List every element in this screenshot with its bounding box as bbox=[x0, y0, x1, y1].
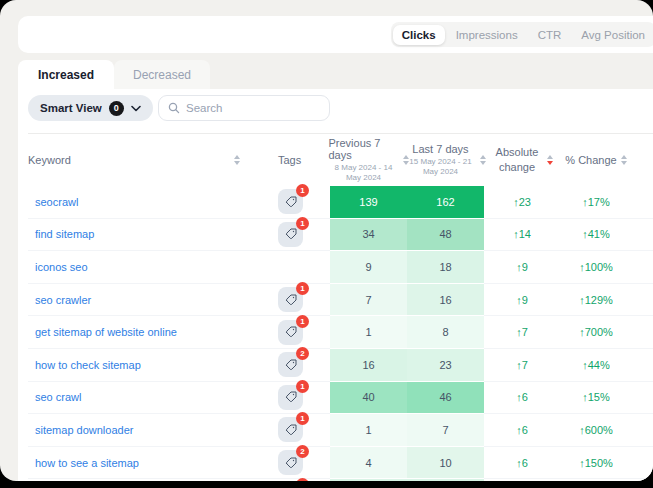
tags-cell: 1 bbox=[248, 414, 330, 447]
keyword-link[interactable]: how to see a sitemap bbox=[35, 457, 139, 469]
trend-tabs: Increased Decreased bbox=[18, 60, 210, 89]
last-value-cell: 48 bbox=[407, 219, 484, 252]
keyword-link[interactable]: seo crawler bbox=[35, 294, 91, 306]
keyword-cell: how to check sitemap bbox=[28, 349, 248, 382]
url-cell: /en/ bbox=[632, 414, 653, 447]
keyword-cell: iconos seo bbox=[28, 251, 248, 284]
table-row: how to check sitemap 2 16 23 ↑7 ↑44% /en… bbox=[28, 349, 653, 382]
main-card: Smart View 0 Keyword bbox=[18, 89, 653, 481]
absolute-change-cell bbox=[484, 479, 560, 481]
previous-value-cell: 1 bbox=[330, 316, 407, 349]
percent-change-cell: ↑41% bbox=[560, 219, 632, 252]
metric-tab-clicks[interactable]: Clicks bbox=[393, 25, 445, 45]
metric-tab-avg-position[interactable]: Avg Position bbox=[572, 25, 653, 45]
smart-view-count-badge: 0 bbox=[109, 101, 124, 116]
table-row: seo crawler 1 7 16 ↑9 ↑129% / bbox=[28, 284, 653, 317]
absolute-change-cell: ↑7 bbox=[484, 316, 560, 349]
percent-change-cell: ↑15% bbox=[560, 382, 632, 415]
url-cell: /em/ bbox=[632, 251, 653, 284]
tag-chip[interactable]: 1 bbox=[278, 222, 303, 247]
absolute-change-cell: ↑6 bbox=[484, 447, 560, 480]
keyword-link[interactable]: seo crawl bbox=[35, 391, 81, 403]
url-cell: /en/ bbox=[632, 219, 653, 252]
absolute-change-cell: ↑14 bbox=[484, 219, 560, 252]
app-window: Clicks Impressions CTR Avg Position Incr… bbox=[0, 0, 653, 481]
keyword-link[interactable]: how to check sitemap bbox=[35, 359, 141, 371]
sort-icon-percent[interactable] bbox=[621, 155, 627, 165]
search-input[interactable] bbox=[186, 102, 320, 114]
tag-count-badge: 1 bbox=[296, 315, 309, 328]
keyword-cell: seocrawl bbox=[28, 186, 248, 219]
header-keyword: Keyword bbox=[28, 134, 248, 186]
percent-change-cell: ↑700% bbox=[560, 316, 632, 349]
sort-icon-absolute[interactable] bbox=[547, 155, 553, 165]
sort-icon-keyword[interactable] bbox=[234, 155, 240, 165]
last-value-cell: 10 bbox=[407, 447, 484, 480]
tag-count-badge: 2 bbox=[296, 347, 309, 360]
url-cell: /en/ bbox=[632, 349, 653, 382]
percent-change-cell bbox=[560, 479, 632, 481]
keyword-link[interactable]: seocrawl bbox=[35, 196, 78, 208]
tag-chip[interactable]: 1 bbox=[278, 385, 303, 410]
table-row: get sitemap of website online 1 1 8 ↑7 ↑… bbox=[28, 316, 653, 349]
previous-value-cell: 139 bbox=[330, 186, 407, 219]
table-row: seocrawl 1 139 162 ↑23 ↑17% / bbox=[28, 186, 653, 219]
keyword-cell bbox=[28, 479, 248, 481]
url-cell: /en/ bbox=[632, 316, 653, 349]
tab-increased[interactable]: Increased bbox=[18, 60, 114, 89]
header-percent-label: % Change bbox=[565, 154, 616, 166]
tag-icon bbox=[285, 359, 297, 371]
metric-tab-impressions[interactable]: Impressions bbox=[447, 25, 527, 45]
tag-chip[interactable]: 2 bbox=[278, 352, 303, 377]
tab-decreased[interactable]: Decreased bbox=[114, 60, 210, 89]
table-row: 1 bbox=[28, 479, 653, 481]
keyword-cell: find sitemap bbox=[28, 219, 248, 252]
tag-chip[interactable]: 1 bbox=[278, 417, 303, 442]
table-row: find sitemap 1 34 48 ↑14 ↑41% /en/ bbox=[28, 219, 653, 252]
keyword-link[interactable]: find sitemap bbox=[35, 228, 94, 240]
tag-chip[interactable]: 1 bbox=[278, 320, 303, 345]
table-body: seocrawl 1 139 162 ↑23 ↑17% / find sitem… bbox=[28, 186, 653, 481]
toolbar: Smart View 0 bbox=[18, 89, 653, 133]
tag-count-badge: 1 bbox=[296, 184, 309, 197]
header-absolute: Absolute change bbox=[484, 134, 560, 186]
previous-value-cell: 9 bbox=[330, 251, 407, 284]
keyword-cell: seo crawl bbox=[28, 382, 248, 415]
tag-count-badge: 1 bbox=[296, 217, 309, 230]
tag-icon bbox=[285, 457, 297, 469]
keyword-link[interactable]: sitemap downloader bbox=[35, 424, 133, 436]
keyword-link[interactable]: iconos seo bbox=[35, 261, 88, 273]
percent-change-cell: ↑44% bbox=[560, 349, 632, 382]
absolute-change-cell: ↑9 bbox=[484, 251, 560, 284]
previous-value-cell: 40 bbox=[330, 382, 407, 415]
table-row: sitemap downloader 1 1 7 ↑6 ↑600% /en/ bbox=[28, 414, 653, 447]
tag-icon bbox=[285, 424, 297, 436]
last-value-cell: 16 bbox=[407, 284, 484, 317]
tag-chip[interactable]: 1 bbox=[278, 287, 303, 312]
tags-cell: 1 bbox=[248, 382, 330, 415]
metric-segmented-control: Clicks Impressions CTR Avg Position bbox=[391, 22, 653, 47]
tags-cell: 1 bbox=[248, 479, 330, 481]
tag-count-badge: 1 bbox=[296, 282, 309, 295]
smart-view-dropdown[interactable]: Smart View 0 bbox=[28, 95, 153, 121]
tag-chip[interactable]: 1 bbox=[278, 189, 303, 214]
header-last-title: Last 7 days bbox=[412, 143, 468, 155]
keyword-link[interactable]: get sitemap of website online bbox=[35, 326, 177, 338]
header-tags: Tags bbox=[248, 134, 330, 186]
tag-icon bbox=[285, 196, 297, 208]
header-previous-title: Previous 7 days bbox=[329, 137, 399, 161]
header-tags-label: Tags bbox=[278, 154, 301, 166]
url-cell: /en/ bbox=[632, 447, 653, 480]
header-percent: % Change bbox=[560, 134, 632, 186]
percent-change-cell: ↑100% bbox=[560, 251, 632, 284]
last-value-cell bbox=[407, 479, 484, 481]
tag-count-badge: 2 bbox=[296, 445, 309, 458]
header-last-range: 15 May 2024 - 21 May 2024 bbox=[406, 157, 476, 177]
search-icon bbox=[168, 102, 180, 114]
url-cell: /en/ bbox=[632, 382, 653, 415]
metric-tab-ctr[interactable]: CTR bbox=[529, 25, 571, 45]
tags-cell bbox=[248, 251, 330, 284]
last-value-cell: 23 bbox=[407, 349, 484, 382]
tag-chip[interactable]: 2 bbox=[278, 450, 303, 475]
tags-cell: 2 bbox=[248, 447, 330, 480]
